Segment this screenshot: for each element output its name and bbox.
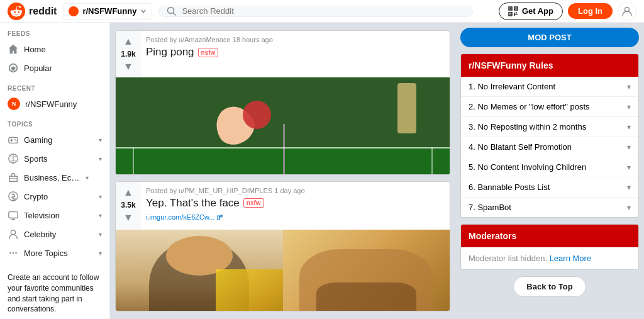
- svg-point-28: [9, 252, 11, 254]
- rule-chevron-4: ▾: [627, 143, 631, 152]
- upvote-pingpong[interactable]: ▲: [123, 36, 133, 47]
- sidebar-item-sports[interactable]: Sports ▾: [0, 149, 109, 168]
- upvote-face[interactable]: ▲: [123, 187, 133, 198]
- celebrity-chevron: ▾: [99, 231, 102, 238]
- business-chevron: ▾: [86, 174, 89, 181]
- more-topics-icon: [8, 247, 19, 259]
- rules-header: r/NSFWFunny Rules: [461, 54, 638, 77]
- get-app-label: Get App: [522, 6, 553, 16]
- rule-text-3: 3. No Reposting within 2 months: [469, 122, 586, 132]
- recent-sub-avatar: N: [8, 98, 20, 110]
- header: reddit r/NSFWFunny Get App Log In: [0, 0, 644, 23]
- post-vote-face: ▲ 3.5k ▼: [116, 182, 141, 230]
- svg-rect-7: [515, 8, 516, 9]
- search-bar[interactable]: [158, 6, 473, 17]
- sidebar-sports-label: Sports: [24, 154, 94, 164]
- login-button[interactable]: Log In: [568, 3, 613, 19]
- recent-sub-name: r/NSFWFunny: [25, 99, 77, 109]
- moderators-learn-more-link[interactable]: Learn More: [550, 254, 591, 263]
- header-right-actions: Get App Log In: [499, 2, 636, 21]
- rules-card: r/NSFWFunny Rules 1. No Irrelevant Conte…: [460, 53, 639, 218]
- rule-text-5: 5. No Content Involving Children: [469, 162, 586, 172]
- post-author-face: u/PM_ME_UR_HIP_DIMPLES: [179, 187, 272, 194]
- sidebar-home-label: Home: [24, 45, 102, 54]
- user-avatar-button[interactable]: [618, 2, 636, 21]
- sidebar-crypto-label: Crypto: [24, 192, 94, 201]
- rule-chevron-6: ▾: [627, 183, 631, 192]
- rule-item-7[interactable]: 7. SpamBot ▾: [461, 198, 638, 217]
- downvote-pingpong[interactable]: ▼: [123, 61, 133, 72]
- rule-item-2[interactable]: 2. No Memes or "low effort" posts ▾: [461, 97, 638, 117]
- sidebar-item-crypto[interactable]: Crypto ▾: [0, 187, 109, 206]
- rule-chevron-1: ▾: [627, 82, 631, 91]
- rule-text-1: 1. No Irrelevant Content: [469, 82, 555, 91]
- crypto-chevron: ▾: [99, 193, 102, 200]
- moderators-body: Moderator list hidden. Learn More: [461, 247, 638, 269]
- sidebar-tv-label: Television: [24, 211, 94, 220]
- rule-chevron-7: ▾: [627, 203, 631, 212]
- sidebar-popular-label: Popular: [24, 64, 102, 73]
- svg-rect-6: [509, 8, 511, 9]
- post-meta-face: Posted by u/PM_ME_UR_HIP_DIMPLES 1 day a…: [146, 187, 445, 194]
- feeds-section-label: FEEDS: [0, 23, 109, 40]
- subreddit-pill[interactable]: r/NSFWFunny: [63, 3, 152, 20]
- subreddit-dropdown-icon: [140, 8, 147, 14]
- svg-line-2: [174, 13, 176, 15]
- back-to-top-button[interactable]: Back to Top: [513, 276, 586, 297]
- post-time-face: 1 day ago: [274, 187, 304, 194]
- subreddit-snoo-icon: [69, 6, 79, 16]
- sidebar-item-home[interactable]: Home: [0, 40, 109, 59]
- downvote-face[interactable]: ▼: [123, 212, 133, 223]
- svg-rect-8: [509, 13, 511, 14]
- post-title-pingpong: Ping pong nsfw: [146, 46, 445, 59]
- sidebar-business-label: Business, Economics, a...: [24, 173, 80, 182]
- qr-icon: [508, 6, 518, 16]
- sidebar-item-gaming[interactable]: Gaming ▾: [0, 130, 109, 149]
- rule-item-6[interactable]: 6. Bannable Posts List ▾: [461, 177, 638, 198]
- post-content-pingpong: Posted by u/AmazoMenace 18 hours ago Pin…: [141, 31, 450, 77]
- feed: ▲ 1.9k ▼ Posted by u/AmazoMenace 18 hour…: [110, 23, 455, 319]
- post-image-pingpong: [116, 77, 450, 175]
- moderators-text: Moderator list hidden.: [469, 254, 547, 263]
- recent-section-label: RECENT: [0, 77, 109, 94]
- vote-count-face: 3.5k: [121, 201, 135, 210]
- sidebar-item-business[interactable]: Business, Economics, a... ▾: [0, 168, 109, 187]
- rule-text-4: 4. No Blatant Self Promotion: [469, 142, 572, 152]
- vote-count-pingpong: 1.9k: [121, 50, 135, 59]
- external-link-icon: [216, 215, 223, 221]
- rule-item-5[interactable]: 5. No Content Involving Children ▾: [461, 157, 638, 177]
- sidebar-item-more-topics[interactable]: More Topics ▾: [0, 243, 109, 262]
- post-meta-pingpong: Posted by u/AmazoMenace 18 hours ago: [146, 36, 445, 43]
- post-card-face: ▲ 3.5k ▼ Posted by u/PM_ME_UR_HIP_DIMPLE…: [115, 181, 450, 311]
- post-link-anchor-face[interactable]: i.imgur.com/kE6ZCw...: [146, 213, 223, 221]
- svg-point-27: [11, 230, 15, 235]
- svg-point-17: [16, 140, 17, 142]
- search-input[interactable]: [182, 6, 465, 16]
- sidebar-item-television[interactable]: Television ▾: [0, 206, 109, 225]
- sidebar-item-celebrity[interactable]: Celebrity ▾: [0, 225, 109, 243]
- sidebar-join-text: Create an account to follow your favorit…: [8, 272, 102, 315]
- celebrity-icon: [8, 228, 19, 240]
- sports-chevron: ▾: [99, 155, 102, 162]
- rule-item-4[interactable]: 4. No Blatant Self Promotion ▾: [461, 137, 638, 157]
- home-icon: [8, 43, 19, 55]
- rule-text-6: 6. Bannable Posts List: [469, 182, 550, 192]
- mod-post-button[interactable]: MOD POST: [460, 28, 639, 47]
- sidebar-item-popular[interactable]: Popular: [0, 59, 109, 77]
- reddit-logo-icon: [8, 3, 25, 20]
- rule-item-1[interactable]: 1. No Irrelevant Content ▾: [461, 77, 638, 97]
- sidebar-recent-nsfw[interactable]: N r/NSFWFunny: [0, 94, 109, 113]
- popular-icon: [8, 62, 19, 74]
- header-logo[interactable]: reddit: [8, 3, 57, 20]
- crypto-icon: [8, 191, 19, 202]
- sidebar-join-section: Create an account to follow your favorit…: [0, 262, 109, 319]
- post-content-face: Posted by u/PM_ME_UR_HIP_DIMPLES 1 day a…: [141, 182, 450, 230]
- moderators-header: Moderators: [461, 225, 638, 247]
- get-app-button[interactable]: Get App: [499, 3, 563, 20]
- rule-chevron-2: ▾: [627, 103, 631, 111]
- rule-item-3[interactable]: 3. No Reposting within 2 months ▾: [461, 117, 638, 137]
- nsfw-badge-face: nsfw: [243, 198, 264, 208]
- right-sidebar: MOD POST r/NSFWFunny Rules 1. No Irrelev…: [455, 23, 644, 319]
- sidebar-gaming-label: Gaming: [24, 135, 94, 145]
- svg-rect-24: [9, 212, 18, 218]
